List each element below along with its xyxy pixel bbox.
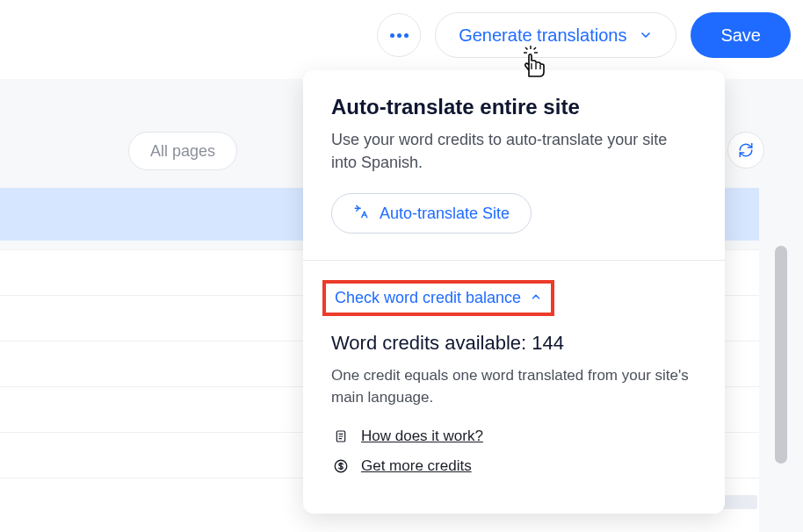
credit-balance-toggle-highlight: Check word credit balance: [322, 280, 554, 316]
translate-icon: [353, 204, 369, 224]
auto-translate-label: Auto-translate Site: [380, 205, 510, 223]
generate-translations-button[interactable]: Generate translations: [435, 12, 676, 58]
more-options-button[interactable]: [377, 13, 421, 57]
save-button[interactable]: Save: [691, 12, 791, 58]
dropdown-title: Auto-translate entire site: [331, 95, 697, 119]
how-does-it-work-label: How does it work?: [361, 428, 483, 445]
auto-translate-site-button[interactable]: Auto-translate Site: [331, 193, 532, 234]
ellipsis-icon: [390, 33, 409, 38]
all-pages-label: All pages: [150, 142, 215, 161]
chevron-up-icon: [530, 289, 542, 307]
scrollbar[interactable]: [775, 246, 787, 464]
dropdown-description: Use your word credits to auto-translate …: [331, 128, 697, 174]
check-credit-balance-toggle[interactable]: Check word credit balance: [335, 289, 542, 307]
credits-available-prefix: Word credits available:: [331, 332, 532, 354]
dollar-circle-icon: [331, 458, 351, 474]
scrollbar-thumb[interactable]: [775, 246, 787, 464]
document-icon: [331, 428, 351, 444]
refresh-button[interactable]: [727, 132, 764, 169]
refresh-icon: [738, 142, 754, 158]
translations-dropdown-panel: Auto-translate entire site Use your word…: [303, 70, 725, 514]
generate-translations-label: Generate translations: [459, 25, 626, 46]
check-credit-balance-label: Check word credit balance: [335, 289, 521, 307]
credits-description: One credit equals one word translated fr…: [331, 365, 697, 408]
credits-available: Word credits available: 144: [331, 332, 697, 355]
get-more-credits-link[interactable]: Get more credits: [331, 457, 697, 475]
chevron-down-icon: [639, 28, 653, 42]
all-pages-dropdown[interactable]: All pages: [128, 132, 237, 170]
credits-available-value: 144: [532, 332, 564, 354]
how-does-it-work-link[interactable]: How does it work?: [331, 428, 697, 445]
save-label: Save: [720, 25, 761, 45]
top-toolbar: Generate translations Save: [377, 12, 803, 58]
get-more-credits-label: Get more credits: [361, 457, 472, 475]
